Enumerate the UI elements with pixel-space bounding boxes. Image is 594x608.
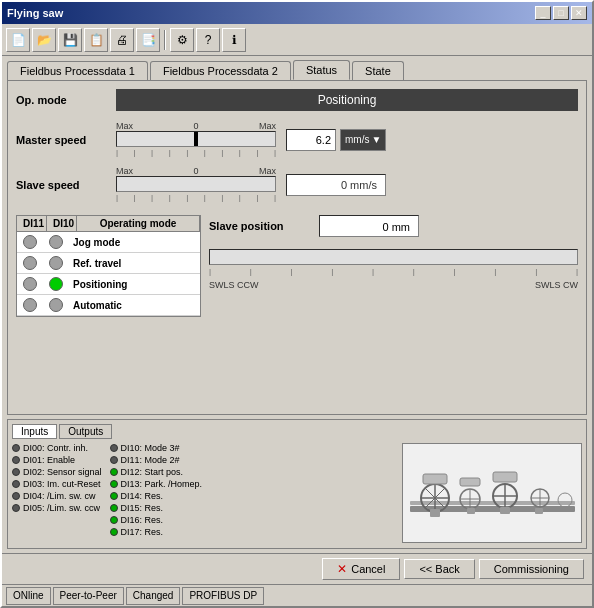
- io-led-di04: [12, 492, 20, 500]
- minimize-button[interactable]: _: [535, 6, 551, 20]
- io-led-di01: [12, 456, 20, 464]
- io-col2: DI10: Mode 3# DI11: Mode 2# DI12: Start …: [110, 443, 203, 544]
- dio-mode-positioning: Positioning: [69, 276, 200, 293]
- dio-di11-automatic: [23, 298, 37, 312]
- svg-rect-23: [535, 508, 543, 514]
- tab-fieldbus1[interactable]: Fieldbus Processdata 1: [7, 61, 148, 80]
- tab-content-status: Op. mode Positioning Master speed Max 0 …: [7, 80, 587, 415]
- io-di11: DI11: Mode 2#: [110, 455, 203, 465]
- toolbar-btn5[interactable]: 📑: [136, 28, 160, 52]
- saveas-button[interactable]: 📋: [84, 28, 108, 52]
- dio-di10-automatic: [49, 298, 63, 312]
- tab-bar: Fieldbus Processdata 1 Fieldbus Processd…: [2, 56, 592, 80]
- cancel-icon: ✕: [337, 562, 347, 576]
- io-led-di16: [110, 516, 118, 524]
- dio-mode-jog: Jog mode: [69, 234, 200, 251]
- master-speed-input[interactable]: [286, 129, 336, 151]
- io-di10: DI10: Mode 3#: [110, 443, 203, 453]
- info-button[interactable]: ℹ: [222, 28, 246, 52]
- machine-svg: [405, 446, 580, 541]
- io-di02: DI02: Sensor signal: [12, 467, 102, 477]
- op-mode-value: Positioning: [116, 89, 578, 111]
- io-led-di00: [12, 444, 20, 452]
- bottom-panel: Inputs Outputs DI00: Contr. inh. DI01: E…: [7, 419, 587, 549]
- dio-row-ref: Ref. travel: [17, 253, 200, 274]
- maximize-button[interactable]: □: [553, 6, 569, 20]
- new-button[interactable]: 📄: [6, 28, 30, 52]
- cancel-button[interactable]: ✕ Cancel: [322, 558, 400, 580]
- status-peer: Peer-to-Peer: [53, 587, 124, 605]
- io-led-di17: [110, 528, 118, 536]
- io-led-di05: [12, 504, 20, 512]
- status-changed: Changed: [126, 587, 181, 605]
- io-di12: DI12: Start pos.: [110, 467, 203, 477]
- middle-section: DI11 DI10 Operating mode Jog mode Ref. t…: [16, 215, 578, 317]
- slave-pos-value: 0 mm: [319, 215, 419, 237]
- master-speed-label: Master speed: [16, 134, 116, 146]
- save-button[interactable]: 💾: [58, 28, 82, 52]
- slave-speed-slider[interactable]: [116, 176, 276, 192]
- slave-speed-row: Slave speed Max 0 Max |||||||||| 0 mm/s: [16, 166, 578, 203]
- dio-di11-positioning: [23, 277, 37, 291]
- settings-button[interactable]: ⚙: [170, 28, 194, 52]
- pos-slider-labels: SWLS CCW SWLS CW: [209, 280, 578, 290]
- status-online: ONline: [6, 587, 51, 605]
- op-mode-label: Op. mode: [16, 94, 116, 106]
- help-button[interactable]: ?: [196, 28, 220, 52]
- dio-col-di11: DI11: [17, 216, 47, 231]
- io-led-di11: [110, 456, 118, 464]
- io-di16: DI16: Res.: [110, 515, 203, 525]
- toolbar-separator: [164, 30, 166, 50]
- slave-position-section: Slave position 0 mm |||||||||| SWLS CCW …: [209, 215, 578, 317]
- svg-rect-17: [423, 474, 447, 484]
- print-button[interactable]: 🖨: [110, 28, 134, 52]
- bottom-content: DI00: Contr. inh. DI01: Enable DI02: Sen…: [12, 443, 582, 544]
- io-di13: DI13: Park. /Homep.: [110, 479, 203, 489]
- op-mode-row: Op. mode Positioning: [16, 89, 578, 111]
- slave-speed-label: Slave speed: [16, 179, 116, 191]
- dio-col-mode: Operating mode: [77, 216, 200, 231]
- bottom-tab-outputs[interactable]: Outputs: [59, 424, 112, 439]
- swls-ccw-label: SWLS CCW: [209, 280, 259, 290]
- io-di05: DI05: /Lim. sw. ccw: [12, 503, 102, 513]
- svg-rect-20: [430, 509, 440, 517]
- slave-speed-value: 0 mm/s: [286, 174, 386, 196]
- master-speed-slider[interactable]: [116, 131, 276, 147]
- swls-cw-label: SWLS CW: [535, 280, 578, 290]
- dio-header: DI11 DI10 Operating mode: [17, 216, 200, 232]
- io-led-di10: [110, 444, 118, 452]
- io-led-di15: [110, 504, 118, 512]
- master-speed-unit-dropdown[interactable]: mm/s ▼: [340, 129, 386, 151]
- io-led-di13: [110, 480, 118, 488]
- dio-di11-ref: [23, 256, 37, 270]
- open-button[interactable]: 📂: [32, 28, 56, 52]
- window-title: Flying saw: [7, 7, 63, 19]
- io-led-di03: [12, 480, 20, 488]
- bottom-tab-inputs[interactable]: Inputs: [12, 424, 57, 439]
- slave-pos-row: Slave position 0 mm: [209, 215, 578, 237]
- slave-speed-section: Slave speed Max 0 Max |||||||||| 0 mm/s: [16, 166, 578, 203]
- master-speed-section: Master speed Max 0 Max ||||||||||: [16, 121, 578, 158]
- action-bar: ✕ Cancel << Back Commissioning: [2, 553, 592, 584]
- tab-status[interactable]: Status: [293, 60, 350, 80]
- tab-fieldbus2[interactable]: Fieldbus Processdata 2: [150, 61, 291, 80]
- status-profibus: PROFIBUS DP: [182, 587, 264, 605]
- io-di15: DI15: Res.: [110, 503, 203, 513]
- tab-state[interactable]: State: [352, 61, 404, 80]
- dio-mode-automatic: Automatic: [69, 297, 200, 314]
- back-button[interactable]: << Back: [404, 559, 474, 579]
- dio-di10-jog: [49, 235, 63, 249]
- position-slider[interactable]: [209, 249, 578, 265]
- svg-rect-22: [500, 507, 510, 514]
- dio-di11-jog: [23, 235, 37, 249]
- io-led-di02: [12, 468, 20, 476]
- dio-di10-positioning: [49, 277, 63, 291]
- dio-di10-ref: [49, 256, 63, 270]
- io-di03: DI03: Im. cut-Reset: [12, 479, 102, 489]
- slave-speed-value-box: 0 mm/s: [286, 174, 386, 196]
- master-speed-row: Master speed Max 0 Max ||||||||||: [16, 121, 578, 158]
- io-di01: DI01: Enable: [12, 455, 102, 465]
- commissioning-button[interactable]: Commissioning: [479, 559, 584, 579]
- io-led-di14: [110, 492, 118, 500]
- close-button[interactable]: ✕: [571, 6, 587, 20]
